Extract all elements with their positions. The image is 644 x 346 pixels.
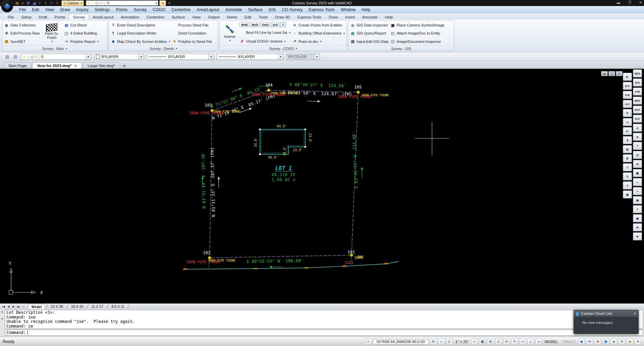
menu-inquiry[interactable]: Inquiry <box>73 7 92 12</box>
side-tool-inner-4[interactable]: A-D <box>623 100 632 108</box>
ribbon-item-place-camera-symbol-image[interactable]: ▣Place Camera Symbol/Image <box>390 22 444 28</box>
layer-combo-arrow-icon[interactable]: ▼ <box>86 54 91 59</box>
ribbon-item-4-sided-building[interactable]: ▢4 Sided Building <box>64 30 99 37</box>
plot-style-combo[interactable]: BYCOLOR ▼ <box>286 54 320 60</box>
menu-cogo[interactable]: COGO <box>150 7 168 12</box>
aperture-icon[interactable]: ⌖ <box>365 338 372 345</box>
side-tool-inner-7[interactable]: A¹ <box>623 127 632 135</box>
ribbon-tab-draw[interactable]: Draw <box>325 14 341 19</box>
target-icon[interactable]: ◉ <box>627 338 633 345</box>
ribbon-item-create-points-from-entities[interactable]: ✳Create Points from Entities <box>292 22 345 28</box>
ribbon-bigbutton-inverse[interactable]: Inverse▾ <box>221 21 238 46</box>
command-history[interactable]: Lot Description <1>:Command: zxeUnable t… <box>5 310 643 329</box>
ribbon-item-cut-sheet[interactable]: ▤Cut Sheet <box>64 22 99 28</box>
menu-surface[interactable]: Surface <box>245 7 266 12</box>
cogo-button-v[interactable]: V <box>280 22 285 27</box>
side-tool-outer-2[interactable]: B›D <box>633 78 642 86</box>
grid-toggle-icon[interactable]: ▦ <box>479 338 486 345</box>
lineweight-combo-arrow-icon[interactable]: ▼ <box>278 54 283 59</box>
ribbon-tab-help[interactable]: Help <box>381 14 397 19</box>
ribbon-tab-survey[interactable]: Survey <box>69 14 89 19</box>
cloud-close-icon[interactable]: ✕ <box>634 312 636 315</box>
menu-annotate[interactable]: Annotate <box>222 7 245 12</box>
layers-dialog-icon[interactable]: ▤ <box>5 54 10 59</box>
menu-view[interactable]: View <box>42 7 57 12</box>
menu-centerline[interactable]: Centerline <box>168 7 194 12</box>
side-tool-inner-5[interactable]: ✎ <box>623 109 632 117</box>
color-combo-arrow-icon[interactable]: ▼ <box>139 54 144 59</box>
drawing-restore-icon[interactable]: ▢ <box>608 71 615 76</box>
snap-grid-icon[interactable]: ⊞ <box>487 338 494 345</box>
side-tool-outer-3[interactable]: D›B <box>633 88 642 96</box>
layout-tab-model[interactable]: Model <box>28 304 45 309</box>
minimize-button-icon[interactable]: ▬ <box>617 1 620 4</box>
side-tool-outer-7[interactable]: ∠ <box>633 124 642 132</box>
layer-combo[interactable]: ☀☼▤⊙▢ 0 ▼ <box>21 54 91 60</box>
layout-tab-11-x-17[interactable]: 11 X 17 <box>89 304 106 308</box>
entity-off-icon[interactable]: ⊘ <box>503 338 510 345</box>
ribbon-item-best-fit-line-by-least-sq[interactable]: Best Fit Line by Least Sq▾ <box>239 30 290 36</box>
command-expand-icon[interactable]: ▾ <box>1 317 3 321</box>
ribbon-item-edit-process-raw[interactable]: ✤Edit-Process Raw <box>4 30 40 37</box>
ribbon-item-survnet[interactable]: ▩SurvNET <box>4 38 40 45</box>
side-tool-outer-10[interactable]: ◫ <box>633 151 642 159</box>
ribbon-tab-annotate[interactable]: Annotate <box>359 14 381 19</box>
cogo-button-bxb[interactable]: BxB <box>239 22 249 27</box>
side-tool-outer-8[interactable]: ≋ <box>633 133 642 141</box>
grid-blue-icon[interactable]: ▦ <box>602 338 609 345</box>
ribbon-tab-setup[interactable]: Setup <box>18 14 35 19</box>
perpendicular-icon[interactable]: ⊥ <box>527 338 534 345</box>
ribbon-item-input-edit-gis-data[interactable]: ▧Input-Edit GIS Data <box>350 38 388 45</box>
ribbon-item-gis-query-report[interactable]: ▥GIS Query/Report <box>350 30 388 37</box>
ribbon-item-legal-description-writer[interactable]: ¶Legal Description Writer <box>111 30 170 37</box>
side-tool-inner-6[interactable]: ▭ <box>623 118 632 126</box>
cloud-status-icon[interactable]: ◉ <box>578 338 585 345</box>
side-tool-inner-10[interactable]: ⊞ <box>623 154 632 162</box>
ribbon-item-gis-data-inspector[interactable]: ◎GIS Data Inspector <box>350 22 388 28</box>
layout-tab-8-5-x-11[interactable]: 8.5 X 11 <box>108 304 127 308</box>
close-button-icon[interactable]: ✕ <box>639 1 642 4</box>
side-tool-outer-6[interactable]: B-D <box>633 115 642 123</box>
lineweight-toggle-icon[interactable]: ▭ <box>519 338 526 345</box>
more-icon[interactable]: ▾ <box>635 338 641 345</box>
layout-tab-18-x-24[interactable]: 18 X 24 <box>68 304 86 308</box>
toolbar-grip[interactable]: ⁞ <box>1 55 2 59</box>
ribbon-panel-label[interactable]: Survey - COGO▾ <box>220 46 346 51</box>
new-tab-button[interactable]: + <box>121 63 128 69</box>
menu-cg-survey[interactable]: CG-Survey <box>279 7 306 12</box>
ribbon-tab-home[interactable]: Home <box>223 14 241 19</box>
side-tool-inner-8[interactable]: ⇅ <box>623 136 632 144</box>
menu-help[interactable]: Help <box>359 7 373 12</box>
ribbon-tab-tools[interactable]: Tools <box>255 14 271 19</box>
layout-nav-3[interactable]: ▶ <box>11 305 16 308</box>
ribbon-item-process-deed-file[interactable]: Process Deed File <box>172 22 212 28</box>
cloud-link-titlebar[interactable]: Carlson Cloud Link ✕ <box>574 310 638 317</box>
ribbon-tab-draft[interactable]: Draft <box>35 14 51 19</box>
side-tool-outer-5[interactable]: DIST <box>633 106 642 114</box>
cogo-button-2x2[interactable]: 2x2 <box>271 22 280 27</box>
linetype-combo-arrow-icon[interactable]: ▼ <box>208 54 214 59</box>
ribbon-panel-label[interactable]: Survey - Deeds▾ <box>109 46 218 51</box>
layout-nav-1[interactable]: |◀ <box>1 305 6 308</box>
ortho-toggle-icon[interactable]: + <box>438 338 445 345</box>
layout-nav-2[interactable]: ◀ <box>6 305 11 308</box>
ribbon-item-attach-image-doc-to-entity[interactable]: ◰Attach Image/Doc to Entity <box>390 30 444 37</box>
ribbon-item-building-offset-extensions[interactable]: ⌂Building Offset Extensions▾ <box>292 30 345 37</box>
ribbon-tab-edit[interactable]: Edit <box>241 14 255 19</box>
ribbon-item-image-document-inspector[interactable]: ◲Image/Document Inspector <box>390 38 444 45</box>
document-tab-large-site-dwg[interactable]: Large Site.dwg* <box>83 62 120 69</box>
layout-add-button[interactable]: + <box>21 305 26 308</box>
ribbon-tab-file[interactable]: File <box>4 14 18 19</box>
menu-points[interactable]: Points <box>113 7 130 12</box>
ribbon-item-map-check-by-screen-entities[interactable]: ◈Map Check By Screen Entities▾ <box>111 38 170 45</box>
layout-tab-24-x-36[interactable]: 24 X 36 <box>48 304 66 308</box>
menu-window[interactable]: Window <box>338 7 359 12</box>
side-tool-outer-1[interactable]: BRG <box>633 69 642 77</box>
pen-icon[interactable]: ✎ <box>511 338 518 345</box>
side-tool-outer-9[interactable]: T <box>633 142 642 150</box>
carlson-logo-icon[interactable] <box>1 0 13 12</box>
menu-settings[interactable]: Settings <box>92 7 113 12</box>
message-icon[interactable]: ✉ <box>586 338 593 345</box>
esnap-toggle-icon[interactable]: ☀ <box>471 338 478 345</box>
settings-icon[interactable]: ⚙ <box>619 338 625 345</box>
